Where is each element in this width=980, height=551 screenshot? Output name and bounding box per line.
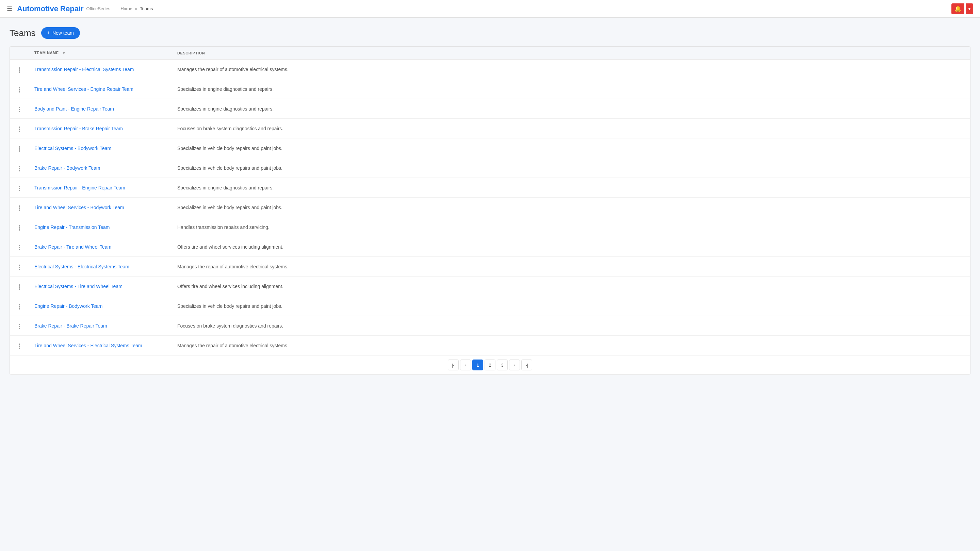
team-name-link[interactable]: Transmission Repair - Electrical Systems…: [34, 67, 134, 72]
table-row: Engine Repair - Transmission TeamHandles…: [10, 218, 970, 237]
team-name-link[interactable]: Electrical Systems - Electrical Systems …: [34, 264, 129, 269]
team-name-link[interactable]: Brake Repair - Tire and Wheel Team: [34, 244, 111, 250]
table-row: Body and Paint - Engine Repair TeamSpeci…: [10, 99, 970, 119]
row-context-menu-icon[interactable]: [18, 66, 21, 74]
team-description-cell: Specializes in engine diagnostics and re…: [172, 99, 970, 119]
pagination: |‹ ‹ 1 2 3 › ›|: [10, 355, 970, 375]
row-context-menu-icon[interactable]: [18, 322, 21, 330]
team-name-cell: Brake Repair - Brake Repair Team: [29, 316, 172, 336]
team-description-cell: Specializes in vehicle body repairs and …: [172, 198, 970, 218]
row-menu-cell: [10, 119, 29, 138]
team-name-link[interactable]: Electrical Systems - Bodywork Team: [34, 146, 111, 151]
team-name-cell: Engine Repair - Bodywork Team: [29, 296, 172, 316]
row-context-menu-icon[interactable]: [18, 184, 21, 192]
header-actions: 🔔 ▼: [951, 3, 973, 14]
row-context-menu-icon[interactable]: [18, 263, 21, 272]
table-row: Transmission Repair - Electrical Systems…: [10, 60, 970, 79]
team-description-cell: Handles transmission repairs and servici…: [172, 218, 970, 237]
bell-icon: 🔔: [955, 5, 961, 12]
team-name-link[interactable]: Electrical Systems - Tire and Wheel Team: [34, 284, 123, 289]
teams-table-container: TEAM NAME ▼ DESCRIPTION Transmission Rep…: [10, 46, 970, 375]
row-context-menu-icon[interactable]: [18, 145, 21, 153]
team-description-cell: Manages the repair of automotive electri…: [172, 257, 970, 276]
row-context-menu-icon[interactable]: [18, 243, 21, 252]
col-team-name: TEAM NAME ▼: [29, 47, 172, 60]
team-name-cell: Transmission Repair - Electrical Systems…: [29, 60, 172, 79]
row-menu-cell: [10, 158, 29, 178]
team-description-cell: Specializes in vehicle body repairs and …: [172, 296, 970, 316]
breadcrumb: Home » Teams: [121, 6, 153, 11]
team-name-cell: Tire and Wheel Services - Bodywork Team: [29, 198, 172, 218]
row-context-menu-icon[interactable]: [18, 86, 21, 94]
table-body: Transmission Repair - Electrical Systems…: [10, 60, 970, 356]
pagination-next-button[interactable]: ›: [509, 359, 520, 370]
row-context-menu-icon[interactable]: [18, 303, 21, 311]
row-context-menu-icon[interactable]: [18, 204, 21, 212]
team-name-link[interactable]: Tire and Wheel Services - Engine Repair …: [34, 86, 134, 92]
app-name: Automotive Repair: [17, 5, 84, 13]
pagination-prev-button[interactable]: ‹: [460, 359, 471, 370]
main-content: Teams + New team TEAM NAME ▼ DESCRIPTION…: [0, 18, 980, 384]
team-name-link[interactable]: Engine Repair - Bodywork Team: [34, 303, 103, 309]
team-name-link[interactable]: Transmission Repair - Engine Repair Team: [34, 185, 125, 191]
team-name-cell: Brake Repair - Bodywork Team: [29, 158, 172, 178]
team-description-cell: Focuses on brake system diagnostics and …: [172, 119, 970, 138]
row-menu-cell: [10, 296, 29, 316]
row-context-menu-icon[interactable]: [18, 283, 21, 291]
team-name-link[interactable]: Brake Repair - Brake Repair Team: [34, 323, 107, 329]
row-menu-cell: [10, 257, 29, 276]
team-name-cell: Transmission Repair - Brake Repair Team: [29, 119, 172, 138]
team-description-cell: Specializes in vehicle body repairs and …: [172, 158, 970, 178]
table-row: Electrical Systems - Electrical Systems …: [10, 257, 970, 276]
team-description-cell: Specializes in engine diagnostics and re…: [172, 178, 970, 198]
table-row: Brake Repair - Tire and Wheel TeamOffers…: [10, 237, 970, 257]
team-name-cell: Electrical Systems - Tire and Wheel Team: [29, 276, 172, 296]
filter-icon[interactable]: ▼: [62, 51, 66, 55]
team-name-link[interactable]: Engine Repair - Transmission Team: [34, 224, 110, 230]
row-context-menu-icon[interactable]: [18, 342, 21, 350]
team-name-cell: Brake Repair - Tire and Wheel Team: [29, 237, 172, 257]
row-menu-cell: [10, 198, 29, 218]
notification-dropdown-button[interactable]: ▼: [966, 3, 973, 14]
row-menu-cell: [10, 218, 29, 237]
team-description-cell: Specializes in vehicle body repairs and …: [172, 138, 970, 158]
page-title: Teams: [10, 28, 36, 38]
breadcrumb-home[interactable]: Home: [121, 6, 132, 11]
pagination-page-3-button[interactable]: 3: [497, 359, 508, 370]
team-name-cell: Electrical Systems - Bodywork Team: [29, 138, 172, 158]
new-team-button[interactable]: + New team: [41, 27, 80, 39]
team-name-link[interactable]: Tire and Wheel Services - Electrical Sys…: [34, 343, 142, 348]
table-row: Tire and Wheel Services - Electrical Sys…: [10, 336, 970, 356]
row-context-menu-icon[interactable]: [18, 125, 21, 133]
table-row: Transmission Repair - Brake Repair TeamF…: [10, 119, 970, 138]
team-name-link[interactable]: Transmission Repair - Brake Repair Team: [34, 126, 123, 131]
team-name-cell: Body and Paint - Engine Repair Team: [29, 99, 172, 119]
team-description-cell: Offers tire and wheel services including…: [172, 237, 970, 257]
row-menu-cell: [10, 60, 29, 79]
pagination-page-2-button[interactable]: 2: [485, 359, 495, 370]
table-header: TEAM NAME ▼ DESCRIPTION: [10, 47, 970, 60]
menu-icon[interactable]: ☰: [7, 5, 12, 13]
row-menu-cell: [10, 316, 29, 336]
notification-bell-button[interactable]: 🔔: [951, 3, 964, 14]
team-name-link[interactable]: Brake Repair - Bodywork Team: [34, 165, 100, 171]
team-name-link[interactable]: Tire and Wheel Services - Bodywork Team: [34, 205, 124, 210]
pagination-last-button[interactable]: ›|: [521, 359, 532, 370]
row-menu-cell: [10, 138, 29, 158]
teams-table: TEAM NAME ▼ DESCRIPTION Transmission Rep…: [10, 47, 970, 355]
team-name-link[interactable]: Body and Paint - Engine Repair Team: [34, 106, 114, 111]
pagination-first-button[interactable]: |‹: [448, 359, 459, 370]
team-description-cell: Manages the repair of automotive electri…: [172, 336, 970, 356]
row-context-menu-icon[interactable]: [18, 105, 21, 114]
table-row: Electrical Systems - Bodywork TeamSpecia…: [10, 138, 970, 158]
table-row: Engine Repair - Bodywork TeamSpecializes…: [10, 296, 970, 316]
row-context-menu-icon[interactable]: [18, 165, 21, 173]
table-row: Electrical Systems - Tire and Wheel Team…: [10, 276, 970, 296]
brand-name: OfficeSeries: [86, 6, 111, 11]
row-context-menu-icon[interactable]: [18, 224, 21, 232]
col-menu: [10, 47, 29, 60]
team-description-cell: Specializes in engine diagnostics and re…: [172, 79, 970, 99]
table-row: Tire and Wheel Services - Engine Repair …: [10, 79, 970, 99]
pagination-page-1-button[interactable]: 1: [472, 359, 483, 370]
row-menu-cell: [10, 336, 29, 356]
